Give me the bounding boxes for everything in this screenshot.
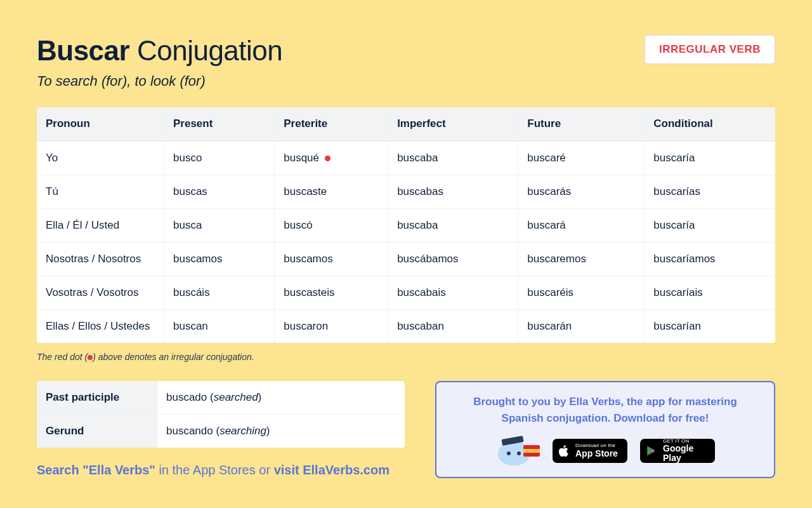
cell-present: buscáis [164, 276, 274, 309]
cell-pronoun: Tú [37, 175, 164, 208]
table-row: Vosotras / Vosotrosbuscáisbuscasteisbusc… [37, 276, 775, 309]
col-header: Pronoun [37, 107, 164, 141]
col-header: Conditional [644, 107, 775, 141]
verb-name: Buscar [37, 35, 129, 66]
cell-imperfect: buscaba [388, 141, 518, 175]
cell-present: busca [164, 208, 274, 242]
cell-present: buscan [164, 309, 274, 343]
cell-preterite: buscaste [274, 175, 388, 208]
cell-future: buscaremos [518, 242, 644, 276]
cell-preterite: busqué [274, 141, 388, 175]
red-dot-icon [88, 355, 93, 360]
verb-translation: To search (for), to look (for) [37, 73, 282, 90]
table-row: Túbuscasbuscastebuscabasbuscarásbuscaría… [37, 175, 775, 208]
cell-future: buscarás [518, 175, 644, 208]
cell-conditional: buscaría [644, 208, 775, 242]
cell-future: buscaréis [518, 276, 644, 309]
cell-preterite: buscó [274, 208, 388, 242]
cell-pronoun: Ellas / Ellos / Ustedes [37, 309, 164, 343]
cell-pronoun: Nosotras / Nosotros [37, 242, 164, 276]
cell-imperfect: buscabais [388, 276, 518, 309]
promo-box: Brought to you by Ella Verbs, the app fo… [435, 381, 775, 478]
past-participle-value: buscado (searched) [157, 381, 405, 414]
cell-future: buscará [518, 208, 644, 242]
promo-text: Brought to you by Ella Verbs, the app fo… [454, 394, 756, 427]
apple-icon [558, 444, 570, 457]
col-header: Future [518, 107, 644, 141]
cell-imperfect: buscabas [388, 175, 518, 208]
cell-future: buscarán [518, 309, 644, 343]
cell-present: buscas [164, 175, 274, 208]
col-header: Imperfect [388, 107, 518, 141]
app-store-button[interactable]: Download on the App Store [553, 439, 627, 463]
cell-pronoun: Yo [37, 141, 164, 175]
cell-imperfect: buscábamos [388, 242, 518, 276]
conjugation-table: PronounPresentPreteriteImperfectFutureCo… [37, 107, 775, 343]
cell-conditional: buscarían [644, 309, 775, 343]
search-cta: Search "Ella Verbs" in the App Stores or… [37, 463, 405, 478]
table-row: Ella / Él / Ustedbuscabuscóbuscababuscar… [37, 208, 775, 242]
cell-pronoun: Vosotras / Vosotros [37, 276, 164, 309]
google-play-icon [646, 444, 657, 457]
table-row: Yobuscobusqué buscababuscarébuscaría [37, 141, 775, 175]
cell-conditional: buscaríais [644, 276, 775, 309]
cell-imperfect: buscaba [388, 208, 518, 242]
forms-table: Past participle buscado (searched) Gerun… [37, 381, 405, 448]
mascot-icon [495, 436, 540, 465]
cell-future: buscaré [518, 141, 644, 175]
gerund-value: buscando (searching) [157, 414, 405, 448]
cell-imperfect: buscaban [388, 309, 518, 343]
cell-conditional: buscarías [644, 175, 775, 208]
title-suffix: Conjugation [137, 35, 282, 66]
past-participle-label: Past participle [37, 381, 157, 414]
irregular-badge: IRREGULAR VERB [645, 35, 775, 64]
table-row: Ellas / Ellos / Ustedesbuscanbuscaronbus… [37, 309, 775, 343]
footnote: The red dot () above denotes an irregula… [37, 352, 775, 362]
col-header: Preterite [274, 107, 388, 141]
table-row: Nosotras / Nosotrosbuscamosbuscamosbuscá… [37, 242, 775, 276]
cell-present: busco [164, 141, 274, 175]
gerund-label: Gerund [37, 414, 157, 448]
irregular-dot-icon [325, 156, 331, 161]
cell-present: buscamos [164, 242, 274, 276]
page-title: Buscar Conjugation [37, 35, 282, 67]
google-play-button[interactable]: GET IT ON Google Play [640, 439, 715, 463]
col-header: Present [164, 107, 274, 141]
cell-preterite: buscamos [274, 242, 388, 276]
cell-conditional: buscaríamos [644, 242, 775, 276]
cell-preterite: buscaron [274, 309, 388, 343]
cell-conditional: buscaría [644, 141, 775, 175]
cell-preterite: buscasteis [274, 276, 388, 309]
cell-pronoun: Ella / Él / Usted [37, 208, 164, 242]
